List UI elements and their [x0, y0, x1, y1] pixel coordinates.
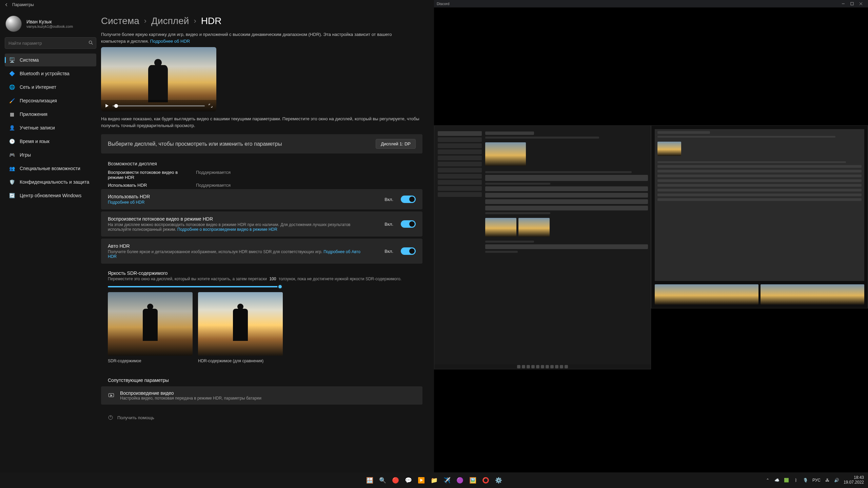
toggle-use-hdr: Использовать HDR Подробнее об HDR Вкл.	[101, 189, 422, 209]
display-select[interactable]: Дисплей 1: DP	[376, 139, 416, 149]
hdr-thumb	[198, 292, 283, 356]
sidebar-item-apps[interactable]: ▦Приложения	[5, 108, 96, 121]
capability-key: Использовать HDR	[108, 183, 186, 188]
preview-figure	[148, 65, 168, 102]
taskbar-app-explorer[interactable]: 📁	[429, 475, 439, 485]
toggle-state: Вкл.	[384, 249, 393, 254]
discord-title: Discord	[437, 2, 449, 6]
sidebar-item-update[interactable]: 🔄Центр обновления Windows	[5, 189, 96, 202]
preview-caption: На видео ниже показано, как будет выгляд…	[101, 116, 422, 129]
close-button[interactable]	[856, 0, 865, 7]
minimize-button[interactable]	[839, 0, 848, 7]
video-controls	[101, 100, 216, 111]
taskbar-app-asana[interactable]: 🔴	[391, 475, 400, 485]
tray-clock[interactable]: 18:43 19.07.2022	[844, 475, 864, 485]
select-display-card: Выберите дисплей, чтобы просмотреть или …	[101, 134, 422, 154]
toggle-state: Вкл.	[384, 222, 393, 227]
sdr-title: Яркость SDR-содержимого	[108, 270, 416, 276]
taskbar-app-settings[interactable]: ⚙️	[494, 475, 503, 485]
tray-network-icon[interactable]: 🖧	[825, 477, 830, 483]
toggle-sub: Получите более яркое и детализированное …	[108, 249, 323, 254]
taskbar-app-opera[interactable]: ⭕	[481, 475, 490, 485]
tray-volume-icon[interactable]: 🔊	[834, 477, 840, 483]
sdr-label: SDR-содержимое	[108, 359, 193, 363]
avatar	[5, 16, 22, 32]
toggle-switch[interactable]	[401, 220, 416, 228]
sdr-compare	[108, 292, 416, 356]
related-heading: Сопутствующие параметры	[108, 378, 416, 383]
tray-mic-icon[interactable]: 🎙️	[803, 477, 808, 483]
slider-handle[interactable]	[277, 284, 283, 289]
tray-date: 19.07.2022	[844, 480, 864, 485]
privacy-icon: 🛡️	[9, 179, 15, 185]
back-icon[interactable]	[4, 2, 9, 7]
search-input[interactable]	[5, 37, 96, 49]
sidebar-item-gaming[interactable]: 🎮Игры	[5, 148, 96, 161]
sidebar-item-privacy[interactable]: 🛡️Конфиденциальность и защита	[5, 176, 96, 188]
toggle-switch[interactable]	[401, 196, 416, 203]
user-block[interactable]: Иван Кузык vanya.kuzyk1@outlook.com	[5, 14, 96, 35]
search-icon[interactable]	[88, 40, 94, 45]
toggle-switch[interactable]	[401, 247, 416, 255]
screenshare-recursion-1	[434, 125, 651, 369]
apps-icon: ▦	[9, 111, 15, 117]
help-icon	[108, 415, 113, 420]
tray-bluetooth-icon[interactable]: ᛒ	[793, 477, 799, 483]
sidebar-item-label: Специальные возможности	[20, 166, 80, 171]
sidebar-item-label: Сеть и Интернет	[20, 84, 56, 90]
start-button[interactable]: 🪟	[365, 475, 374, 485]
sidebar-item-system[interactable]: 🖥️Система	[5, 54, 96, 66]
taskbar-app-media[interactable]: ▶️	[416, 475, 426, 485]
content[interactable]: Система › Дисплей › HDR Получите более я…	[101, 9, 434, 488]
toggle-link[interactable]: Подробнее об HDR	[108, 200, 144, 205]
preview-video	[101, 47, 216, 111]
video-progress[interactable]	[113, 105, 205, 106]
compare-labels: SDR-содержимое HDR-содержимое (для сравн…	[108, 359, 416, 363]
sidebar-item-accounts[interactable]: 👤Учетные записи	[5, 121, 96, 134]
tray-nvidia-icon[interactable]: 🟩	[784, 477, 789, 483]
related-title: Воспроизведение видео	[120, 390, 261, 396]
sidebar-item-label: Центр обновления Windows	[20, 193, 81, 198]
search-button[interactable]: 🔍	[378, 475, 387, 485]
sidebar-item-bluetooth[interactable]: 🔷Bluetooth и устройства	[5, 67, 96, 80]
taskbar-app-discord[interactable]: 🟣	[455, 475, 465, 485]
intro-link[interactable]: Подробнее об HDR	[150, 39, 190, 44]
capabilities-block: Возможности дисплея Воспроизвести потоко…	[101, 156, 422, 189]
sidebar: Иван Кузык vanya.kuzyk1@outlook.com 🖥️Си…	[0, 9, 101, 488]
sidebar-item-personalization[interactable]: 🖌️Персонализация	[5, 94, 96, 107]
breadcrumb-display[interactable]: Дисплей	[151, 16, 189, 26]
hdr-label: HDR-содержимое (для сравнения)	[198, 359, 283, 363]
sidebar-item-timelang[interactable]: 🕒Время и язык	[5, 135, 96, 148]
progress-knob[interactable]	[114, 104, 118, 108]
sidebar-item-label: Конфиденциальность и защита	[20, 179, 89, 185]
toggle-stream-hdr: Воспроизвести потоковое видео в режиме H…	[101, 211, 422, 237]
screenshare-recursion-2	[651, 125, 868, 308]
sidebar-item-accessibility[interactable]: 👥Специальные возможности	[5, 162, 96, 175]
get-help[interactable]: Получить помощь	[101, 407, 422, 434]
select-display-label: Выберите дисплей, чтобы просмотреть или …	[108, 141, 376, 147]
discord-titlebar: Discord	[434, 0, 868, 7]
taskbar-app-telegram[interactable]: ✈️	[442, 475, 452, 485]
taskbar-app-photos[interactable]: 🖼️	[468, 475, 477, 485]
search-box	[5, 37, 96, 49]
sidebar-item-network[interactable]: 🌐Сеть и Интернет	[5, 81, 96, 94]
tray-onedrive-icon[interactable]: ☁️	[774, 477, 780, 483]
svg-point-0	[89, 41, 92, 44]
tray-language[interactable]: РУС	[812, 478, 821, 483]
taskbar-app-whatsapp[interactable]: 💬	[403, 475, 413, 485]
tray-chevron-up-icon[interactable]: ⌃	[765, 477, 770, 483]
toggle-auto-hdr: Авто HDR Получите более яркое и детализи…	[101, 239, 422, 264]
fullscreen-icon[interactable]	[208, 103, 213, 108]
intro-body: Получите более яркую картинку для игр, в…	[101, 32, 392, 44]
play-icon[interactable]	[104, 103, 109, 108]
breadcrumb-hdr: HDR	[201, 16, 222, 26]
related-video-playback[interactable]: Воспроизведение видео Настройка видео, п…	[101, 386, 422, 405]
accounts-icon: 👤	[9, 125, 15, 131]
breadcrumb-system[interactable]: Система	[101, 16, 139, 26]
sdr-thumb	[108, 292, 193, 356]
discord-content[interactable]	[434, 7, 868, 488]
toggle-link[interactable]: Подробнее о воспроизведении видео в режи…	[177, 227, 277, 232]
maximize-button[interactable]	[848, 0, 856, 7]
sdr-slider[interactable]	[108, 286, 281, 287]
svg-rect-3	[851, 2, 853, 5]
